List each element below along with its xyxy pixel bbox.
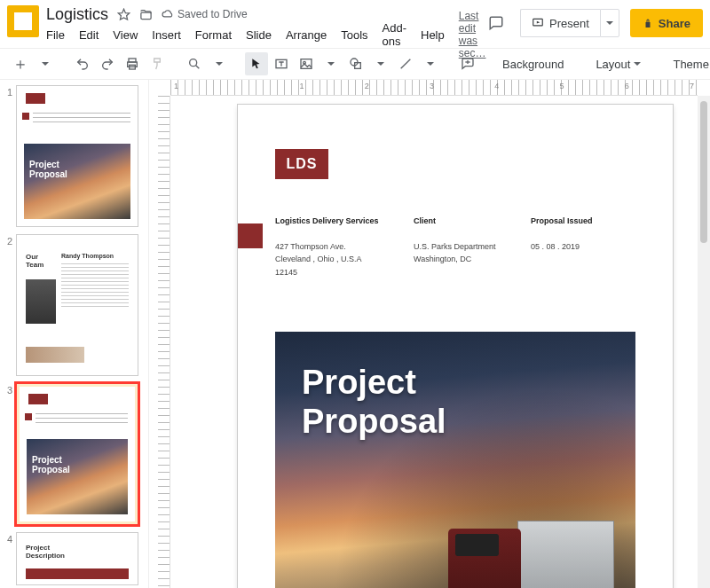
share-button[interactable]: Share (630, 9, 703, 37)
background-button[interactable]: Background (493, 52, 572, 75)
move-icon[interactable] (139, 8, 153, 21)
thumb-hero-image: Project Proposal (24, 144, 130, 219)
slide-filmstrip[interactable]: 1 Project Proposal 2 Our Team Randy Thom… (0, 80, 149, 588)
slide-column-client[interactable]: Client U.S. Parks Department Washington,… (414, 215, 520, 266)
share-label: Share (659, 17, 690, 30)
title-column: Logistics Saved to Drive File Edit View … (46, 5, 483, 44)
line-more[interactable] (419, 52, 442, 75)
ruler-vertical[interactable] (158, 96, 170, 588)
redo-button[interactable] (96, 52, 119, 75)
menu-file[interactable]: File (46, 28, 65, 42)
slide-thumb-3-selected[interactable]: Project Proposal (16, 383, 138, 525)
thumb2-strip (26, 347, 84, 363)
thumb-accent-icon (22, 113, 29, 120)
hero-line1: Project (302, 364, 416, 401)
workspace: 1 Project Proposal 2 Our Team Randy Thom… (0, 80, 710, 588)
layout-button[interactable]: Layout (587, 52, 650, 75)
new-slide-button[interactable]: ＋ (9, 52, 32, 75)
slide-logo[interactable]: LDS (275, 149, 328, 179)
image-tool[interactable] (295, 52, 318, 75)
thumb-hero-line1: Project (32, 455, 62, 465)
thumb2-heading: Our Team (26, 253, 43, 269)
comments-button[interactable] (483, 11, 509, 35)
present-button[interactable]: Present (520, 9, 600, 37)
image-more[interactable] (320, 52, 343, 75)
thumb-number: 1 (4, 85, 12, 98)
slide-column-company[interactable]: Logistics Delivery Services 427 Thompson… (275, 215, 382, 278)
line-tool[interactable] (394, 52, 417, 75)
document-title[interactable]: Logistics (46, 5, 108, 24)
slide-thumb-2[interactable]: Our Team Randy Thompson (16, 234, 138, 376)
thumb-accent-icon (25, 413, 32, 420)
thumb-row-3[interactable]: 3 Project Proposal (4, 383, 145, 525)
thumb-hero-label: Project Proposal (32, 455, 70, 474)
col2-line1: U.S. Parks Department (414, 242, 496, 251)
thumb-hero-label: Project Proposal (29, 160, 67, 179)
menu-slide[interactable]: Slide (246, 28, 272, 42)
ruler-tick: 1 (174, 82, 178, 94)
svg-line-14 (401, 59, 411, 69)
thumb-logo-icon (26, 93, 45, 104)
thumb-hero-image: Project Proposal (27, 439, 128, 514)
slide-column-date[interactable]: Proposal Issued 05 . 08 . 2019 (531, 215, 637, 253)
slide-hero-image[interactable]: Project Proposal (275, 332, 635, 588)
slide-hero-title[interactable]: Project Proposal (302, 364, 446, 441)
print-button[interactable] (121, 52, 144, 75)
ruler-tick: 3 (430, 82, 434, 94)
menu-addons[interactable]: Add-ons (383, 21, 406, 48)
chevron-down-icon (606, 21, 613, 28)
slide-thumb-4[interactable]: Project Description (16, 532, 138, 585)
col2-line2: Washington, DC (414, 255, 471, 263)
new-slide-more[interactable] (34, 52, 57, 75)
thumb-number: 2 (4, 234, 12, 247)
paint-format-button[interactable] (146, 52, 169, 75)
select-tool[interactable] (245, 52, 268, 75)
svg-marker-0 (118, 9, 130, 20)
slide-accent-square[interactable] (238, 223, 263, 248)
slide-thumb-1[interactable]: Project Proposal (16, 85, 138, 227)
present-label: Present (549, 17, 589, 30)
thumb-row-1[interactable]: 1 Project Proposal (4, 85, 145, 227)
menu-insert[interactable]: Insert (152, 28, 181, 42)
vertical-scrollbar[interactable] (698, 96, 710, 588)
star-icon[interactable] (117, 8, 130, 21)
zoom-button[interactable] (183, 52, 206, 75)
menu-bar: File Edit View Insert Format Slide Arran… (46, 23, 483, 44)
ruler-tick: 4 (494, 82, 499, 94)
menu-edit[interactable]: Edit (79, 28, 99, 42)
thumb-row-4[interactable]: 4 Project Description (4, 532, 145, 585)
thumb-number: 3 (4, 383, 12, 396)
shape-more[interactable] (369, 52, 392, 75)
chevron-down-icon (42, 62, 49, 69)
undo-button[interactable] (71, 52, 94, 75)
chevron-down-icon (216, 62, 223, 69)
zoom-more[interactable] (208, 52, 231, 75)
title-actions: Present Share (483, 5, 703, 37)
textbox-tool[interactable] (270, 52, 293, 75)
svg-marker-3 (537, 21, 540, 24)
shape-tool[interactable] (344, 52, 367, 75)
comment-tool[interactable] (456, 52, 479, 75)
menu-view[interactable]: View (113, 28, 138, 42)
menu-tools[interactable]: Tools (341, 28, 367, 42)
thumb4-heading: Project Description (26, 544, 65, 560)
saved-state[interactable]: Saved to Drive (162, 8, 248, 20)
chevron-down-icon (327, 62, 335, 69)
menu-arrange[interactable]: Arrange (286, 28, 327, 42)
present-more-button[interactable] (600, 9, 619, 37)
thumb-hero-line2: Proposal (32, 465, 70, 474)
slide-canvas[interactable]: LDS Logistics Delivery Services 427 Thom… (238, 105, 673, 588)
title-bar: Logistics Saved to Drive File Edit View … (0, 0, 710, 44)
thumb-text-lines (33, 113, 130, 125)
menu-format[interactable]: Format (195, 28, 232, 42)
thumb4-bar (26, 568, 129, 579)
hero-truck-icon (448, 497, 614, 588)
app-logo-icon[interactable] (7, 5, 39, 37)
menu-help[interactable]: Help (421, 28, 445, 42)
ruler-tick: 6 (625, 82, 629, 94)
thumb-row-2[interactable]: 2 Our Team Randy Thompson (4, 234, 145, 376)
canvas-area: 1 1 2 3 4 5 6 7 LDS Logistics Delivery S… (149, 80, 710, 588)
col1-line2: Cleveland , Ohio , U.S.A 12145 (275, 255, 361, 276)
present-group: Present (520, 9, 619, 37)
theme-button[interactable]: Theme (664, 52, 710, 75)
